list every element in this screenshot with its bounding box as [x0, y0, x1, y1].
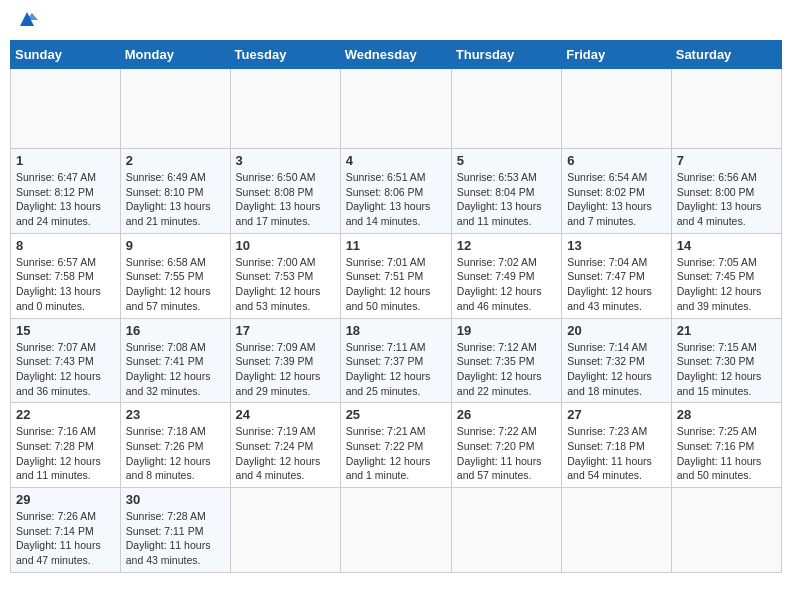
calendar-cell: 12Sunrise: 7:02 AMSunset: 7:49 PMDayligh…: [451, 233, 561, 318]
day-number: 24: [236, 407, 335, 422]
day-info: Sunrise: 7:08 AMSunset: 7:41 PMDaylight:…: [126, 340, 225, 399]
logo-icon: [16, 8, 38, 30]
day-number: 23: [126, 407, 225, 422]
day-info: Sunrise: 7:11 AMSunset: 7:37 PMDaylight:…: [346, 340, 446, 399]
day-info: Sunrise: 7:04 AMSunset: 7:47 PMDaylight:…: [567, 255, 666, 314]
day-info: Sunrise: 7:18 AMSunset: 7:26 PMDaylight:…: [126, 424, 225, 483]
calendar-cell: [340, 69, 451, 149]
calendar-cell: 16Sunrise: 7:08 AMSunset: 7:41 PMDayligh…: [120, 318, 230, 403]
calendar-cell: [451, 69, 561, 149]
day-info: Sunrise: 7:19 AMSunset: 7:24 PMDaylight:…: [236, 424, 335, 483]
day-number: 3: [236, 153, 335, 168]
calendar-cell: [340, 488, 451, 573]
day-number: 4: [346, 153, 446, 168]
calendar-cell: 1Sunrise: 6:47 AMSunset: 8:12 PMDaylight…: [11, 149, 121, 234]
calendar-week-row: 22Sunrise: 7:16 AMSunset: 7:28 PMDayligh…: [11, 403, 782, 488]
calendar-cell: [230, 69, 340, 149]
day-info: Sunrise: 7:01 AMSunset: 7:51 PMDaylight:…: [346, 255, 446, 314]
day-number: 20: [567, 323, 666, 338]
day-info: Sunrise: 7:12 AMSunset: 7:35 PMDaylight:…: [457, 340, 556, 399]
page-header: [10, 10, 782, 32]
column-header-sunday: Sunday: [11, 41, 121, 69]
column-header-monday: Monday: [120, 41, 230, 69]
calendar-cell: 30Sunrise: 7:28 AMSunset: 7:11 PMDayligh…: [120, 488, 230, 573]
calendar-cell: 18Sunrise: 7:11 AMSunset: 7:37 PMDayligh…: [340, 318, 451, 403]
calendar-week-row: 1Sunrise: 6:47 AMSunset: 8:12 PMDaylight…: [11, 149, 782, 234]
day-number: 5: [457, 153, 556, 168]
day-info: Sunrise: 6:47 AMSunset: 8:12 PMDaylight:…: [16, 170, 115, 229]
day-info: Sunrise: 7:14 AMSunset: 7:32 PMDaylight:…: [567, 340, 666, 399]
day-number: 9: [126, 238, 225, 253]
calendar-cell: 3Sunrise: 6:50 AMSunset: 8:08 PMDaylight…: [230, 149, 340, 234]
day-number: 25: [346, 407, 446, 422]
calendar-cell: 22Sunrise: 7:16 AMSunset: 7:28 PMDayligh…: [11, 403, 121, 488]
day-number: 22: [16, 407, 115, 422]
day-info: Sunrise: 6:51 AMSunset: 8:06 PMDaylight:…: [346, 170, 446, 229]
calendar-cell: 17Sunrise: 7:09 AMSunset: 7:39 PMDayligh…: [230, 318, 340, 403]
calendar-cell: [671, 69, 781, 149]
calendar-cell: 20Sunrise: 7:14 AMSunset: 7:32 PMDayligh…: [562, 318, 672, 403]
calendar-table: SundayMondayTuesdayWednesdayThursdayFrid…: [10, 40, 782, 573]
calendar-cell: 9Sunrise: 6:58 AMSunset: 7:55 PMDaylight…: [120, 233, 230, 318]
day-info: Sunrise: 6:53 AMSunset: 8:04 PMDaylight:…: [457, 170, 556, 229]
column-header-friday: Friday: [562, 41, 672, 69]
calendar-cell: 7Sunrise: 6:56 AMSunset: 8:00 PMDaylight…: [671, 149, 781, 234]
day-number: 11: [346, 238, 446, 253]
calendar-cell: 2Sunrise: 6:49 AMSunset: 8:10 PMDaylight…: [120, 149, 230, 234]
calendar-cell: 26Sunrise: 7:22 AMSunset: 7:20 PMDayligh…: [451, 403, 561, 488]
day-number: 13: [567, 238, 666, 253]
calendar-cell: 4Sunrise: 6:51 AMSunset: 8:06 PMDaylight…: [340, 149, 451, 234]
day-number: 2: [126, 153, 225, 168]
day-number: 18: [346, 323, 446, 338]
day-info: Sunrise: 6:49 AMSunset: 8:10 PMDaylight:…: [126, 170, 225, 229]
day-number: 26: [457, 407, 556, 422]
day-number: 1: [16, 153, 115, 168]
day-info: Sunrise: 6:58 AMSunset: 7:55 PMDaylight:…: [126, 255, 225, 314]
day-number: 12: [457, 238, 556, 253]
calendar-cell: 25Sunrise: 7:21 AMSunset: 7:22 PMDayligh…: [340, 403, 451, 488]
day-number: 27: [567, 407, 666, 422]
day-number: 8: [16, 238, 115, 253]
calendar-cell: [120, 69, 230, 149]
day-number: 19: [457, 323, 556, 338]
day-info: Sunrise: 7:00 AMSunset: 7:53 PMDaylight:…: [236, 255, 335, 314]
day-info: Sunrise: 6:57 AMSunset: 7:58 PMDaylight:…: [16, 255, 115, 314]
column-header-wednesday: Wednesday: [340, 41, 451, 69]
calendar-cell: [451, 488, 561, 573]
calendar-week-row: 29Sunrise: 7:26 AMSunset: 7:14 PMDayligh…: [11, 488, 782, 573]
day-number: 7: [677, 153, 776, 168]
day-number: 30: [126, 492, 225, 507]
day-info: Sunrise: 7:22 AMSunset: 7:20 PMDaylight:…: [457, 424, 556, 483]
calendar-cell: 19Sunrise: 7:12 AMSunset: 7:35 PMDayligh…: [451, 318, 561, 403]
day-info: Sunrise: 7:07 AMSunset: 7:43 PMDaylight:…: [16, 340, 115, 399]
calendar-cell: 8Sunrise: 6:57 AMSunset: 7:58 PMDaylight…: [11, 233, 121, 318]
day-number: 16: [126, 323, 225, 338]
day-number: 17: [236, 323, 335, 338]
day-info: Sunrise: 7:25 AMSunset: 7:16 PMDaylight:…: [677, 424, 776, 483]
calendar-cell: 15Sunrise: 7:07 AMSunset: 7:43 PMDayligh…: [11, 318, 121, 403]
column-header-saturday: Saturday: [671, 41, 781, 69]
day-number: 6: [567, 153, 666, 168]
calendar-cell: 23Sunrise: 7:18 AMSunset: 7:26 PMDayligh…: [120, 403, 230, 488]
day-info: Sunrise: 7:28 AMSunset: 7:11 PMDaylight:…: [126, 509, 225, 568]
day-info: Sunrise: 7:05 AMSunset: 7:45 PMDaylight:…: [677, 255, 776, 314]
calendar-cell: 10Sunrise: 7:00 AMSunset: 7:53 PMDayligh…: [230, 233, 340, 318]
calendar-week-row: 8Sunrise: 6:57 AMSunset: 7:58 PMDaylight…: [11, 233, 782, 318]
logo: [14, 10, 39, 32]
day-number: 15: [16, 323, 115, 338]
calendar-cell: 5Sunrise: 6:53 AMSunset: 8:04 PMDaylight…: [451, 149, 561, 234]
day-info: Sunrise: 6:56 AMSunset: 8:00 PMDaylight:…: [677, 170, 776, 229]
day-info: Sunrise: 7:16 AMSunset: 7:28 PMDaylight:…: [16, 424, 115, 483]
day-info: Sunrise: 7:21 AMSunset: 7:22 PMDaylight:…: [346, 424, 446, 483]
day-info: Sunrise: 7:02 AMSunset: 7:49 PMDaylight:…: [457, 255, 556, 314]
calendar-cell: 11Sunrise: 7:01 AMSunset: 7:51 PMDayligh…: [340, 233, 451, 318]
calendar-cell: 28Sunrise: 7:25 AMSunset: 7:16 PMDayligh…: [671, 403, 781, 488]
calendar-cell: 21Sunrise: 7:15 AMSunset: 7:30 PMDayligh…: [671, 318, 781, 403]
calendar-cell: [562, 69, 672, 149]
calendar-cell: 6Sunrise: 6:54 AMSunset: 8:02 PMDaylight…: [562, 149, 672, 234]
calendar-cell: 24Sunrise: 7:19 AMSunset: 7:24 PMDayligh…: [230, 403, 340, 488]
column-header-thursday: Thursday: [451, 41, 561, 69]
day-number: 29: [16, 492, 115, 507]
day-info: Sunrise: 6:50 AMSunset: 8:08 PMDaylight:…: [236, 170, 335, 229]
day-number: 28: [677, 407, 776, 422]
